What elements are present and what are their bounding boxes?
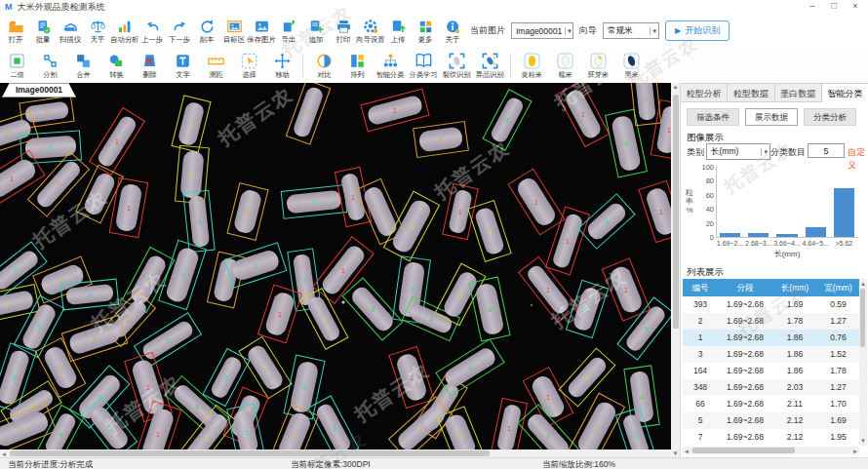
toolbar-item-balance[interactable]: 天平 (84, 15, 111, 48)
grain-class-number: 4 (195, 404, 199, 410)
table-row[interactable]: 1641.69~2.681.861.78 (683, 363, 859, 379)
yellow-grain-icon (523, 52, 541, 70)
classification-analysis-button[interactable]: 分类分析 (804, 108, 856, 126)
tab-grain-shape-data[interactable]: 粒型数据 (728, 83, 774, 102)
toolbar-item-wizard-settings[interactable]: 向导设置 (357, 15, 384, 48)
scroll-down-icon[interactable]: ▼ (859, 437, 867, 445)
toolbar-item-export[interactable]: 导出 (275, 15, 302, 48)
toolbar-item-print[interactable]: 打印 (330, 15, 357, 48)
toolbar-item-black-rice[interactable]: 黑米 (614, 49, 648, 83)
minimize-icon[interactable]: – (802, 0, 823, 13)
grain-class-number: 3 (585, 374, 589, 381)
toolbar-item-classify-learning[interactable]: 分类学习 (407, 49, 440, 83)
toolbar-item-split[interactable]: 分割 (33, 49, 66, 83)
scroll-right-icon[interactable]: ► (851, 448, 859, 455)
analysis-canvas[interactable]: 2 2 5 1 3 3 2 1 2 4 1 4 2 1 1 2 2 1 5 5 … (0, 83, 671, 449)
contrast-icon (315, 52, 334, 70)
table-vertical-scrollbar[interactable]: ▲ ▼ (859, 279, 867, 446)
toolbar-item-label: 排列 (350, 71, 364, 79)
toolbar-item-about[interactable]: 关于 (439, 15, 466, 48)
toolbar-item-more[interactable]: 更多 (412, 15, 439, 48)
toolbar-item-label: 批量 (36, 36, 51, 43)
close-icon[interactable]: × (845, 0, 866, 13)
table-cell: 1.69~2.68 (718, 313, 772, 330)
tab-smart-classification[interactable]: 智能分类 (822, 83, 868, 102)
toolbar-item-scanner[interactable]: 扫描仪 (57, 15, 84, 48)
toolbar-item-target-region[interactable]: 目标区 (220, 15, 248, 48)
x-axis-category: >5.62 (826, 240, 862, 247)
toolbar-item-smart-classify[interactable]: 智能分类 (374, 49, 407, 83)
y-axis-tick: 100 (689, 163, 714, 172)
table-row[interactable]: 31.69~2.681.861.52 (683, 346, 859, 363)
x-axis-label: 长(mm) (716, 249, 858, 259)
table-horizontal-scrollbar[interactable]: ◄ ► (683, 447, 859, 454)
toolbar-item-move[interactable]: 移动 (265, 49, 298, 83)
table-row[interactable]: 11.69~2.681.860.76 (683, 330, 859, 346)
toolbar-item-append[interactable]: 追加 (302, 15, 330, 48)
maximize-icon[interactable]: □ (823, 0, 845, 13)
table-row[interactable]: 21.69~2.681.781.27 (683, 313, 859, 330)
toolbar-item-open[interactable]: 打开 (2, 15, 29, 48)
scroll-left-icon[interactable]: ◄ (683, 448, 690, 455)
toolbar-item-measure[interactable]: 测距 (199, 49, 232, 83)
scroll-down-icon[interactable]: ▼ (671, 449, 680, 457)
image-tab[interactable]: Image00001 (2, 83, 76, 98)
toolbar-item-duplicate[interactable]: 副本 (193, 15, 220, 48)
upload-icon (390, 19, 407, 35)
scroll-up-icon[interactable]: ▲ (859, 280, 867, 288)
canvas-horizontal-scrollbar[interactable]: ◄ (0, 449, 671, 457)
smart-classify-icon (381, 52, 400, 70)
toolbar-item-auto-analysis[interactable]: 自动分析 (111, 15, 138, 48)
toolbar-item-batch[interactable]: 批量 (29, 15, 57, 48)
category-select[interactable]: 长(mm) ▾ (706, 143, 770, 160)
toolbar-item-germ-rice[interactable]: 胚芽米 (581, 49, 614, 83)
toolbar-item-binarize[interactable]: 二值 (0, 49, 33, 83)
toolbar-item-label: 自动分析 (110, 36, 138, 43)
table-row[interactable]: 3481.69~2.682.031.27 (683, 379, 859, 396)
toolbar-item-merge[interactable]: 合并 (66, 49, 99, 83)
table-h-thumb[interactable] (692, 448, 795, 453)
app-title: 大米外观品质检测系统 (18, 1, 105, 14)
toolbar-item-glutinous-rice[interactable]: 糯米 (548, 49, 581, 83)
table-row[interactable]: 51.69~2.682.121.69 (683, 412, 859, 429)
toolbar-item-upload[interactable]: 上传 (384, 15, 412, 48)
toolbar-item-save-image[interactable]: 保存图片 (248, 15, 275, 48)
wizard-settings-icon (363, 19, 379, 35)
toolbar-item-label: 保存图片 (247, 36, 275, 43)
table-v-thumb[interactable] (860, 289, 865, 347)
tab-chalkiness-data[interactable]: 垩白数据 (775, 83, 822, 102)
filter-conditions-button[interactable]: 筛选条件 (687, 108, 739, 126)
toolbar-item-arrange[interactable]: 排列 (340, 49, 374, 83)
toolbar-item-convert[interactable]: 转换 (99, 49, 133, 83)
table-row[interactable]: 3931.69~2.681.690.59 (683, 296, 859, 313)
table-cell: 66 (683, 396, 718, 412)
v-scroll-thumb[interactable] (673, 95, 679, 329)
wizard-select[interactable]: 常规米 ▾ (603, 22, 659, 39)
grain-class-number: 3 (410, 223, 414, 230)
toolbar-item-delete[interactable]: 删除 (133, 49, 166, 83)
delete-icon (140, 52, 159, 70)
toolbar-item-crack-recognition[interactable]: 裂纹识别 (440, 49, 473, 83)
toolbar-item-next-step[interactable]: 下一步 (166, 15, 193, 48)
grain-class-number: 5 (244, 429, 248, 436)
start-recognition-label: 开始识别 (685, 24, 720, 37)
h-scroll-thumb[interactable] (10, 450, 490, 456)
tab-grain-shape-analysis[interactable]: 粒型分析 (681, 83, 728, 102)
table-row[interactable]: 71.69~2.682.121.95 (683, 429, 859, 446)
bins-input[interactable] (808, 143, 845, 158)
toolbar-item-label: 智能分类 (376, 71, 405, 79)
toolbar-item-text[interactable]: 文字 (166, 49, 199, 83)
scroll-up-icon[interactable]: ▲ (671, 83, 680, 91)
toolbar-item-foreign-recognition[interactable]: 异品识别 (473, 49, 506, 83)
current-image-select[interactable]: Image00001 ▾ (511, 22, 573, 39)
toolbar-item-contrast[interactable]: 对比 (307, 49, 340, 83)
toolbar-item-prev-step[interactable]: 上一步 (138, 15, 166, 48)
table-cell: 2.03 (772, 379, 817, 396)
toolbar-item-yellow-grain[interactable]: 黄粒米 (515, 49, 548, 83)
table-row[interactable]: 661.69~2.682.111.70 (683, 396, 859, 412)
grain-class-number: 4 (546, 433, 550, 440)
canvas-vertical-scrollbar[interactable]: ▲ ▼ (671, 83, 680, 457)
toolbar-item-select[interactable]: 选择 (232, 49, 265, 83)
start-recognition-button[interactable]: ▶ 开始识别 (665, 20, 730, 41)
show-data-button[interactable]: 展示数据 (745, 108, 798, 126)
